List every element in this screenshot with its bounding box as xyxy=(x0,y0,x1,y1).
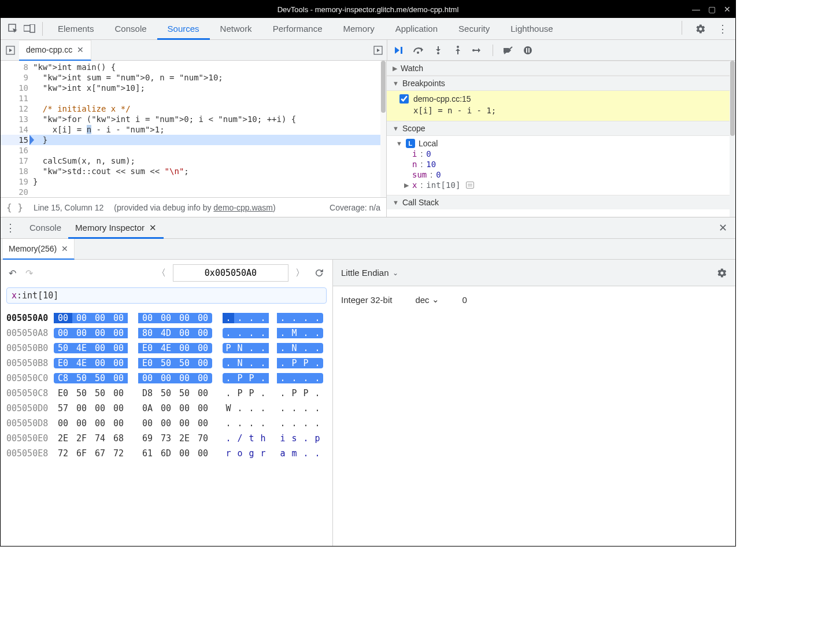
window-title: DevTools - memory-inspector.glitch.me/de… xyxy=(277,5,459,14)
svg-point-7 xyxy=(437,52,439,54)
tab-performance[interactable]: Performance xyxy=(262,18,333,40)
sources-navigator-icon[interactable] xyxy=(2,46,19,55)
pause-exceptions-icon[interactable] xyxy=(522,45,534,56)
tab-lighthouse[interactable]: Lighthouse xyxy=(500,18,563,40)
close-file-icon[interactable]: ✕ xyxy=(77,45,84,54)
step-over-icon[interactable] xyxy=(413,45,424,56)
settings-icon[interactable] xyxy=(693,21,709,37)
next-page-icon[interactable]: 〉 xyxy=(293,265,307,282)
step-out-icon[interactable] xyxy=(452,45,464,56)
svg-point-8 xyxy=(457,46,459,48)
svg-point-6 xyxy=(417,51,419,54)
file-tab-label: demo-cpp.cc xyxy=(26,45,72,54)
var-n[interactable]: n: 10 xyxy=(393,159,735,169)
memory-object-chip[interactable]: x: int[10] xyxy=(6,287,327,304)
tab-security[interactable]: Security xyxy=(448,18,500,40)
svg-rect-2 xyxy=(30,24,35,32)
scope-local[interactable]: ▼LLocal xyxy=(393,138,735,149)
drawer-tab-console[interactable]: Console xyxy=(23,217,68,239)
inspect-icon[interactable] xyxy=(5,21,21,37)
base-select[interactable]: dec⌄ xyxy=(415,294,439,305)
editor-statusbar: { } Line 15, Column 12 (provided via deb… xyxy=(1,197,386,217)
breakpoint-item[interactable]: demo-cpp.cc:15 x[i] = n - i - 1; xyxy=(387,91,735,121)
tab-application[interactable]: Application xyxy=(385,18,448,40)
file-tab[interactable]: demo-cpp.cc ✕ xyxy=(19,40,91,61)
interp-value: 0 xyxy=(462,295,467,305)
breakpoints-section[interactable]: ▼Breakpoints xyxy=(387,76,735,91)
resume-icon[interactable] xyxy=(393,45,405,56)
line-gutter[interactable]: 891011121314151617181920 xyxy=(1,61,33,197)
drawer-tabbar: ⋮ Console Memory Inspector✕ ✕ xyxy=(1,217,735,239)
svg-rect-5 xyxy=(401,47,402,54)
drawer-tab-memory-inspector[interactable]: Memory Inspector✕ xyxy=(68,217,164,239)
var-sum[interactable]: sum: 0 xyxy=(393,169,735,180)
interpretation-row: Integer 32-bit dec⌄ 0 xyxy=(333,286,735,313)
scope-section[interactable]: ▼Scope xyxy=(387,121,735,136)
device-toggle-icon[interactable] xyxy=(21,21,38,37)
step-into-icon[interactable] xyxy=(432,45,444,56)
run-snippet-icon[interactable] xyxy=(369,46,387,55)
svg-rect-13 xyxy=(528,48,530,53)
var-x[interactable]: ▶x: int[10] xyxy=(393,180,735,190)
memory-nav: ↶ ↷ 〈 〉 xyxy=(6,264,327,282)
debugger-sidebar: ▶Watch ▼Breakpoints demo-cpp.cc:15 x[i] … xyxy=(387,61,735,217)
svg-point-9 xyxy=(472,49,475,51)
window-titlebar: DevTools - memory-inspector.glitch.me/de… xyxy=(1,1,735,18)
chevron-down-icon: ⌄ xyxy=(432,294,439,305)
prev-page-icon[interactable]: 〈 xyxy=(154,265,168,282)
tab-elements[interactable]: Elements xyxy=(47,18,105,40)
close-drawer-tab-icon[interactable]: ✕ xyxy=(149,223,157,232)
tab-console[interactable]: Console xyxy=(105,18,157,40)
tab-network[interactable]: Network xyxy=(210,18,262,40)
code-editor[interactable]: "kw">int main() { "kw">int sum = "num">0… xyxy=(33,61,386,197)
local-badge-icon: L xyxy=(406,139,415,148)
address-input[interactable] xyxy=(173,264,288,282)
callstack-section[interactable]: ▼Call Stack xyxy=(387,195,735,209)
breakpoint-label: demo-cpp.cc:15 xyxy=(413,94,471,104)
svg-rect-12 xyxy=(526,48,527,53)
breakpoint-code: x[i] = n - i - 1; xyxy=(413,106,727,115)
drawer-kebab-icon[interactable]: ⋮ xyxy=(5,221,16,234)
minimize-icon[interactable]: — xyxy=(692,5,700,14)
hex-dump[interactable]: 005050A00000000000000000........005050A8… xyxy=(6,311,327,461)
tab-memory[interactable]: Memory xyxy=(333,18,385,40)
interp-type: Integer 32-bit xyxy=(341,295,392,305)
tab-sources[interactable]: Sources xyxy=(157,18,210,40)
undo-icon[interactable]: ↶ xyxy=(6,265,18,281)
memory-tabbar: Memory(256)✕ xyxy=(1,239,735,260)
deactivate-breakpoints-icon[interactable] xyxy=(502,45,514,56)
main-tabbar: Elements Console Sources Network Perform… xyxy=(1,18,735,40)
close-memory-tab-icon[interactable]: ✕ xyxy=(61,244,68,253)
endianness-select[interactable]: Little Endian⌄ xyxy=(341,268,398,278)
breakpoint-checkbox[interactable] xyxy=(399,94,409,104)
step-icon[interactable] xyxy=(472,45,483,56)
sidebar-scrollbar[interactable] xyxy=(730,61,735,217)
maximize-icon[interactable]: ▢ xyxy=(708,5,716,14)
cursor-position: Line 15, Column 12 xyxy=(34,203,103,212)
watch-section[interactable]: ▶Watch xyxy=(387,61,735,76)
memory-settings-icon[interactable] xyxy=(717,268,727,278)
interpretation-header: Little Endian⌄ xyxy=(333,260,735,286)
redo-icon[interactable]: ↷ xyxy=(23,265,35,281)
var-i[interactable]: i: 0 xyxy=(393,149,735,159)
memory-tab[interactable]: Memory(256)✕ xyxy=(3,239,75,260)
close-drawer-icon[interactable]: ✕ xyxy=(715,221,731,234)
coverage-status: Coverage: n/a xyxy=(330,203,380,212)
svg-point-11 xyxy=(524,46,532,54)
pretty-print-icon[interactable]: { } xyxy=(6,202,23,213)
provided-by: (provided via debug info by demo-cpp.was… xyxy=(114,203,275,212)
memory-reveal-icon[interactable] xyxy=(466,182,474,189)
wasm-link[interactable]: demo-cpp.wasm xyxy=(213,203,273,212)
close-icon[interactable]: ✕ xyxy=(724,5,731,14)
refresh-icon[interactable] xyxy=(312,265,327,280)
debugger-toolbar xyxy=(387,40,735,60)
kebab-icon[interactable]: ⋮ xyxy=(715,21,731,37)
